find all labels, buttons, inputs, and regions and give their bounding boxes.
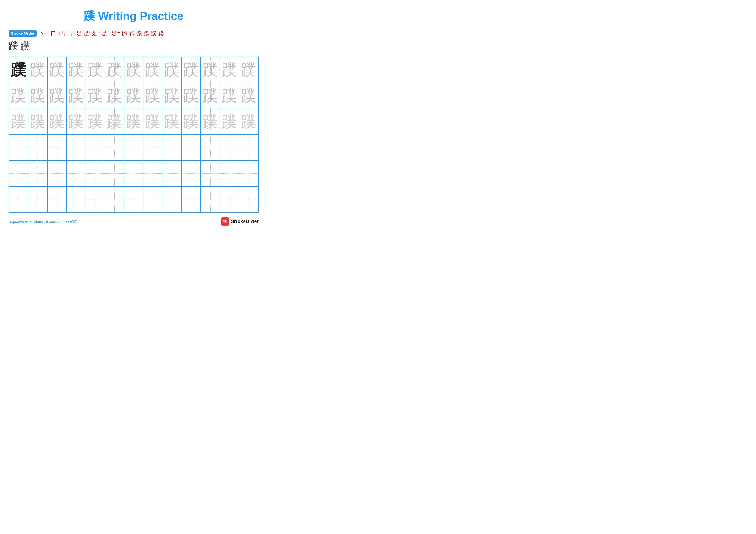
footer-brand-name: StrokeOrder: [231, 219, 258, 224]
stroke-17: 蹼: [158, 30, 164, 37]
stroke-6: 早: [69, 30, 74, 37]
grid-cell: 蹼: [105, 57, 124, 83]
grid-cell: [181, 186, 201, 212]
grid-cell: 蹼: [181, 109, 201, 135]
grid-cell: 蹼: [86, 109, 105, 135]
grid-cell: 蹼: [28, 109, 47, 135]
grid-cell: 蹼: [67, 57, 86, 83]
stroke-12: 跑: [122, 30, 127, 37]
stroke-2: 𠃌: [47, 30, 49, 37]
grid-cell: [67, 135, 86, 161]
grid-cell: 蹼: [47, 83, 67, 109]
grid-cell: [86, 135, 105, 161]
footer-brand: 字 StrokeOrder: [221, 217, 258, 225]
grid-cell: [105, 135, 124, 161]
grid-cell: [162, 186, 181, 212]
grid-cell: 蹼: [220, 57, 239, 83]
stroke-order-row: Stroke Order 丶 𠃌 口 𠃑 早 早 足 足' 足" 足" 足"' …: [9, 30, 258, 37]
grid-cell: [86, 186, 105, 212]
footer-brand-icon: 字: [221, 217, 229, 225]
grid-cell: [28, 135, 47, 161]
footer-url[interactable]: https://www.strokeorder.com/chinese/蹼: [9, 219, 77, 224]
stroke-15: 蹼: [144, 30, 149, 37]
grid-cell: [67, 161, 86, 186]
grid-cell: [201, 135, 220, 161]
grid-cell: 蹼: [201, 109, 220, 135]
stroke-16: 蹼: [151, 30, 157, 37]
grid-cell: [47, 186, 67, 212]
grid-cell: [9, 186, 28, 212]
grid-cell: 蹼: [162, 109, 181, 135]
stroke-4: 𠃑: [58, 30, 60, 37]
grid-cell: [181, 135, 201, 161]
grid-cell: [201, 161, 220, 186]
grid-cell: 蹼: [28, 83, 47, 109]
grid-cell: 蹼: [181, 83, 201, 109]
grid-cell: [143, 186, 162, 212]
grid-cell: [239, 186, 258, 212]
grid-cell: 蹼: [86, 57, 105, 83]
final-char-2: 蹼: [20, 39, 30, 53]
grid-cell: 蹼: [239, 109, 258, 135]
grid-cell: [143, 161, 162, 186]
grid-cell: 蹼: [220, 83, 239, 109]
grid-cell: 蹼: [239, 83, 258, 109]
stroke-1: 丶: [40, 30, 45, 37]
stroke-13: 跑: [129, 30, 135, 37]
grid-cell: 蹼: [105, 83, 124, 109]
grid-cell: 蹼: [105, 109, 124, 135]
grid-cell: 蹼: [143, 57, 162, 83]
grid-cell: 蹼: [9, 83, 28, 109]
grid-cell: 蹼: [86, 83, 105, 109]
grid-cell: [220, 186, 239, 212]
grid-cell: 蹼: [124, 109, 143, 135]
grid-cell: [162, 135, 181, 161]
grid-cell: [239, 135, 258, 161]
practice-grid: 蹼蹼蹼蹼蹼蹼蹼蹼蹼蹼蹼蹼蹼蹼蹼蹼蹼蹼蹼蹼蹼蹼蹼蹼蹼蹼蹼蹼蹼蹼蹼蹼蹼蹼蹼蹼蹼蹼蹼: [9, 57, 258, 213]
page-title: 蹼 Writing Practice: [9, 7, 258, 24]
grid-cell: 蹼: [181, 57, 201, 83]
stroke-order-badge: Stroke Order: [9, 30, 37, 37]
grid-cell: [28, 161, 47, 186]
stroke-8: 足': [84, 30, 90, 37]
grid-cell: 蹼: [47, 109, 67, 135]
grid-cell: 蹼: [220, 109, 239, 135]
grid-cell: [201, 186, 220, 212]
grid-cell: [124, 135, 143, 161]
grid-cell: [162, 161, 181, 186]
grid-cell: [220, 135, 239, 161]
grid-cell: 蹼: [124, 83, 143, 109]
grid-cell: 蹼: [67, 83, 86, 109]
grid-cell: [220, 161, 239, 186]
grid-cell: 蹼: [9, 57, 28, 83]
grid-cell: 蹼: [239, 57, 258, 83]
grid-cell: 蹼: [162, 83, 181, 109]
grid-cell: 蹼: [143, 109, 162, 135]
grid-cell: [105, 186, 124, 212]
grid-cell: 蹼: [28, 57, 47, 83]
grid-cell: [47, 161, 67, 186]
grid-cell: [124, 186, 143, 212]
stroke-11: 足"': [111, 30, 120, 37]
grid-cell: [105, 161, 124, 186]
grid-cell: 蹼: [162, 57, 181, 83]
grid-cell: [124, 161, 143, 186]
grid-cell: [143, 135, 162, 161]
footer: https://www.strokeorder.com/chinese/蹼 字 …: [9, 217, 258, 225]
grid-cell: [9, 135, 28, 161]
stroke-9: 足": [92, 30, 100, 37]
grid-cell: [28, 186, 47, 212]
stroke-14: 跑: [136, 30, 142, 37]
stroke-5: 早: [62, 30, 67, 37]
grid-cell: [9, 161, 28, 186]
stroke-7: 足: [76, 30, 82, 37]
grid-cell: 蹼: [124, 57, 143, 83]
grid-cell: [67, 186, 86, 212]
grid-cell: 蹼: [201, 57, 220, 83]
grid-cell: 蹼: [67, 109, 86, 135]
grid-cell: [47, 135, 67, 161]
stroke-3: 口: [51, 30, 56, 37]
grid-cell: [239, 161, 258, 186]
final-chars-row: 蹼 蹼: [9, 39, 258, 53]
grid-cell: [181, 161, 201, 186]
